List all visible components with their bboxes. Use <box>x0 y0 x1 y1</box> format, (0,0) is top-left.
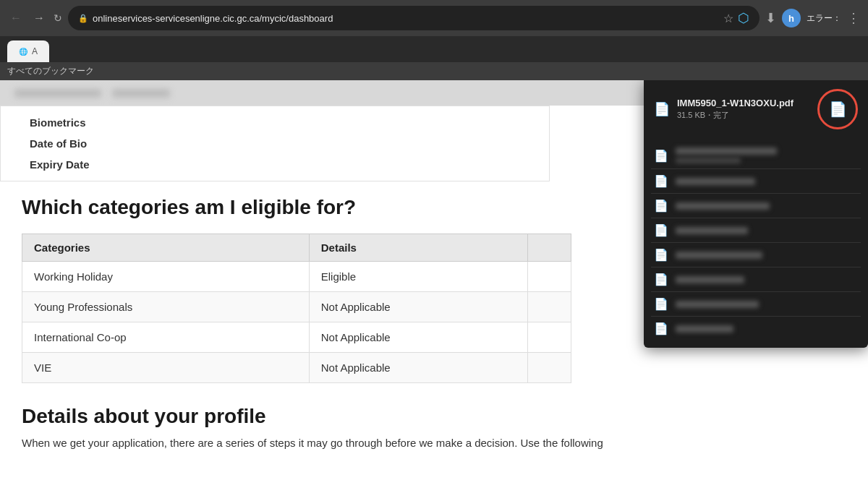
back-button[interactable]: ← <box>7 9 25 27</box>
lock-icon: 🔒 <box>78 14 88 23</box>
details-cell: Not Applicable <box>309 292 527 322</box>
ext-icon-blue: ⬡ <box>738 10 749 26</box>
blurred-nav-1 <box>14 89 101 98</box>
menu-dots[interactable]: ⋮ <box>847 10 861 26</box>
details-cell: Not Applicable <box>309 353 527 383</box>
download-top-item: 📄 IMM5950_1-W1N3OXU.pdf 31.5 KB・完了 📄 <box>654 89 858 135</box>
profile-description: When we get your application, there are … <box>22 435 846 452</box>
download-row-7: 📄 <box>651 292 861 317</box>
expiry-date-label: Expiry Date <box>30 158 174 171</box>
download-row-5: 📄 <box>651 243 861 267</box>
col-categories-header: Categories <box>22 234 310 262</box>
bookmark-bar: すべてのブックマーク <box>0 62 868 80</box>
category-cell: International Co-op <box>22 322 310 353</box>
blurred-text-5 <box>676 252 762 259</box>
browser-chrome: ← → ↻ 🔒 onlineservices-servicesenligne.c… <box>0 0 868 36</box>
details-cell: Not Applicable <box>309 322 527 353</box>
download-icon[interactable]: ⬇ <box>765 10 776 26</box>
tabs-bar: 🌐 A <box>0 36 868 62</box>
row-file-icon-5: 📄 <box>654 248 668 262</box>
row-file-icon-6: 📄 <box>654 273 668 286</box>
profile-icon[interactable]: h <box>782 9 801 27</box>
category-cell: Working Holiday <box>22 262 310 292</box>
page-content: Biometrics Date of Bio Expiry Date Which… <box>0 80 868 488</box>
table-row: International Co-opNot Applicable <box>22 322 571 353</box>
biometrics-section: Biometrics Date of Bio Expiry Date <box>0 106 550 181</box>
date-of-bio-label: Date of Bio <box>30 137 174 150</box>
bookmark-star-icon[interactable]: ☆ <box>723 12 733 25</box>
url-bar[interactable]: 🔒 onlineservices-servicesenligne.cic.gc.… <box>68 6 760 30</box>
biometrics-label: Biometrics <box>30 116 174 129</box>
blurred-text-7 <box>676 301 759 308</box>
blurred-text-2 <box>676 178 755 185</box>
download-row-8: 📄 <box>651 317 861 341</box>
highlight-ring: 📄 <box>817 89 858 129</box>
row-content-4 <box>676 227 858 234</box>
download-panel: 📄 IMM5950_1-W1N3OXU.pdf 31.5 KB・完了 📄 📄 <box>644 80 868 348</box>
row-content-1 <box>676 147 858 163</box>
download-row-3: 📄 <box>651 194 861 218</box>
row-file-icon-4: 📄 <box>654 223 668 237</box>
download-header: 📄 IMM5950_1-W1N3OXU.pdf 31.5 KB・完了 📄 <box>644 80 868 142</box>
category-cell: Young Professionals <box>22 292 310 322</box>
details-cell: Eligible <box>309 262 527 292</box>
row-file-icon-7: 📄 <box>654 297 668 311</box>
download-rows: 📄 📄 📄 📄 <box>644 142 868 348</box>
extra-cell <box>528 322 571 353</box>
row-content-2 <box>676 178 858 185</box>
url-text: onlineservices-servicesenligne.cic.gc.ca… <box>93 13 333 24</box>
col-extra-header <box>528 234 571 262</box>
blurred-meta-1 <box>676 158 741 163</box>
bookmark-text: すべてのブックマーク <box>7 65 94 77</box>
extra-cell <box>528 353 571 383</box>
extra-cell <box>528 292 571 322</box>
row-file-icon-3: 📄 <box>654 199 668 213</box>
blurred-text-8 <box>676 325 733 333</box>
blurred-text-4 <box>676 227 748 234</box>
blurred-text-6 <box>676 276 744 283</box>
download-row-4: 📄 <box>651 218 861 243</box>
expiry-date-row: Expiry Date <box>15 154 535 175</box>
row-content-6 <box>676 276 858 283</box>
forward-button[interactable]: → <box>30 9 48 27</box>
row-content-7 <box>676 301 858 308</box>
profile-title: Details about your profile <box>22 405 846 428</box>
pdf-icon-inner: 📄 <box>829 100 847 118</box>
row-file-icon-2: 📄 <box>654 174 668 188</box>
biometrics-row: Biometrics <box>15 112 535 133</box>
blurred-nav-2 <box>112 89 170 98</box>
categories-table: Categories Details Working HolidayEligib… <box>22 234 571 383</box>
row-file-icon-1: 📄 <box>654 149 668 163</box>
row-content-5 <box>676 252 858 259</box>
download-meta: 31.5 KB・完了 <box>677 110 810 121</box>
category-cell: VIE <box>22 353 310 383</box>
blurred-text-3 <box>676 202 770 210</box>
table-row: VIENot Applicable <box>22 353 571 383</box>
download-row-2: 📄 <box>651 169 861 194</box>
download-info: IMM5950_1-W1N3OXU.pdf 31.5 KB・完了 <box>677 98 810 121</box>
extra-cell <box>528 262 571 292</box>
col-details-header: Details <box>309 234 527 262</box>
row-content-8 <box>676 325 858 333</box>
row-file-icon-8: 📄 <box>654 322 668 335</box>
refresh-button[interactable]: ↻ <box>54 12 62 24</box>
tab-favicon: 🌐 <box>19 48 27 56</box>
blurred-text-1 <box>676 147 777 155</box>
download-filename: IMM5950_1-W1N3OXU.pdf <box>677 98 810 108</box>
row-content-3 <box>676 202 858 210</box>
file-icon: 📄 <box>654 101 670 117</box>
error-label: エラー： <box>807 12 841 25</box>
tab-label: A <box>32 46 38 56</box>
table-row: Working HolidayEligible <box>22 262 571 292</box>
table-row: Young ProfessionalsNot Applicable <box>22 292 571 322</box>
active-tab[interactable]: 🌐 A <box>7 40 49 62</box>
download-row-1: 📄 <box>651 142 861 169</box>
download-row-6: 📄 <box>651 267 861 292</box>
date-of-bio-row: Date of Bio <box>15 133 535 154</box>
